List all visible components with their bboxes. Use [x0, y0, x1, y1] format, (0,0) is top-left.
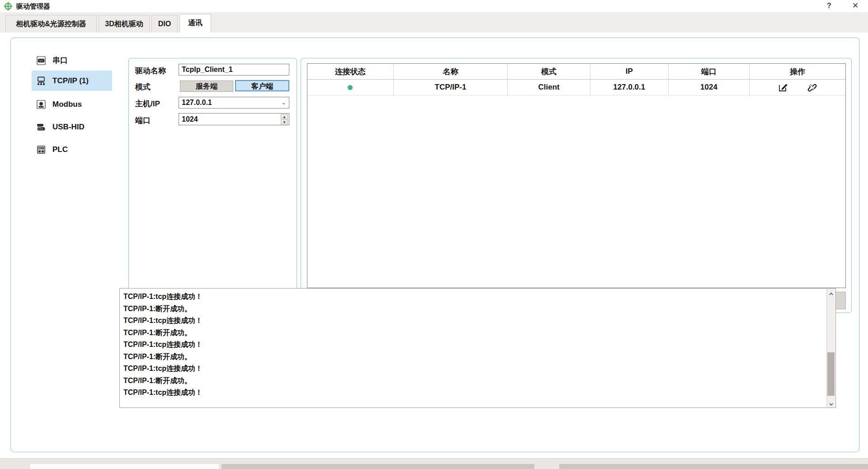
log-line: TCP/IP-1:断开成功。	[123, 303, 824, 315]
gear-icon	[36, 99, 46, 109]
header-actions: 操作	[750, 64, 845, 79]
driver-name-input[interactable]	[179, 64, 289, 76]
sidebar-item-label: TCP/IP (1)	[52, 76, 89, 85]
spin-down-icon[interactable]: ▼	[281, 119, 288, 124]
host-ip-label: 主机/IP	[135, 99, 160, 109]
spin-up-icon[interactable]: ▲	[281, 114, 288, 119]
usb-device-icon	[36, 122, 46, 132]
communication-panel: 串口 TCP/IP (1) Modbu	[10, 38, 859, 452]
port-spinner: ▲ ▼	[179, 113, 289, 125]
log-line: TCP/IP-1:断开成功。	[123, 327, 824, 339]
tab-3d-camera[interactable]: 3D相机驱动	[99, 15, 150, 33]
sidebar-item-label: 串口	[52, 55, 68, 66]
port-input[interactable]	[179, 113, 289, 125]
header-connection-status: 连接状态	[307, 64, 394, 79]
edit-icon[interactable]	[778, 82, 788, 93]
sidebar-item-modbus[interactable]: Modbus	[32, 94, 112, 114]
sidebar-item-label: Modbus	[52, 100, 82, 109]
spinner-buttons: ▲ ▼	[281, 114, 288, 124]
log-line: TCP/IP-1:tcp连接成功！	[123, 339, 824, 351]
cell-port: 1024	[669, 80, 750, 95]
log-output[interactable]: TCP/IP-1:tcp连接成功！ TCP/IP-1:断开成功。 TCP/IP-…	[119, 288, 836, 408]
mode-label: 模式	[135, 82, 151, 92]
cell-actions	[750, 80, 845, 95]
header-mode: 模式	[508, 64, 590, 79]
driver-manager-window: 驱动管理器 ? ✕ 相机驱动&光源控制器 3D相机驱动 DIO 通讯	[0, 0, 868, 469]
close-button[interactable]: ✕	[846, 0, 864, 11]
mode-client-button[interactable]: 客户端	[235, 80, 289, 91]
port-label: 端口	[135, 115, 151, 126]
help-button[interactable]: ?	[820, 0, 838, 11]
sidebar-item-tcpip[interactable]: TCP/IP (1)	[32, 71, 112, 91]
header-port: 端口	[669, 64, 750, 79]
header-name: 名称	[394, 64, 508, 79]
tab-camera-light[interactable]: 相机驱动&光源控制器	[5, 15, 97, 33]
mode-server-button[interactable]: 服务端	[180, 81, 233, 92]
tab-communication[interactable]: 通讯	[179, 14, 211, 33]
sidebar-item-label: PLC	[52, 145, 68, 154]
driver-config-panel: 驱动名称 模式 服务端 客户端 主机/IP 127.0.0.1 ⌄ 端口 ▲ ▼	[128, 58, 297, 313]
plc-icon: PLC	[36, 145, 46, 155]
scroll-down-icon[interactable]	[827, 399, 835, 407]
background-window-fragment	[559, 464, 868, 469]
header-ip: IP	[590, 64, 669, 79]
connections-panel: 连接状态 名称 模式 IP 端口 操作 TCP/IP-1 Client 127.…	[301, 58, 852, 313]
serial-port-icon	[36, 56, 46, 66]
app-target-icon	[4, 2, 13, 11]
log-line: TCP/IP-1:tcp连接成功！	[123, 291, 824, 303]
connected-status-dot	[348, 85, 353, 90]
sidebar-item-serial[interactable]: 串口	[32, 50, 112, 71]
cell-ip: 127.0.0.1	[590, 80, 669, 95]
scroll-up-icon[interactable]	[827, 289, 835, 297]
log-lines: TCP/IP-1:tcp连接成功！ TCP/IP-1:断开成功。 TCP/IP-…	[123, 291, 824, 399]
log-line: TCP/IP-1:tcp连接成功！	[123, 315, 824, 327]
sidebar-item-label: USB-HID	[52, 123, 85, 132]
connections-table: 连接状态 名称 模式 IP 端口 操作 TCP/IP-1 Client 127.…	[307, 63, 846, 288]
title-bar: 驱动管理器 ? ✕	[0, 0, 868, 12]
background-window-fragment	[30, 464, 219, 469]
driver-name-label: 驱动名称	[135, 66, 166, 76]
network-icon	[36, 76, 46, 86]
cell-status	[307, 80, 394, 95]
log-line: TCP/IP-1:tcp连接成功！	[123, 363, 824, 375]
table-header-row: 连接状态 名称 模式 IP 端口 操作	[307, 64, 845, 80]
tab-bar: 相机驱动&光源控制器 3D相机驱动 DIO 通讯	[0, 12, 868, 33]
log-line: TCP/IP-1:tcp连接成功！	[123, 387, 824, 399]
window-title: 驱动管理器	[16, 2, 50, 11]
log-scrollbar[interactable]	[826, 289, 835, 407]
scrollbar-thumb[interactable]	[827, 352, 835, 396]
cell-mode: Client	[508, 80, 590, 95]
background-window-strip	[0, 458, 868, 469]
host-ip-value: 127.0.0.1	[182, 99, 212, 106]
log-line: TCP/IP-1:断开成功。	[123, 375, 824, 387]
svg-text:PLC: PLC	[39, 147, 44, 149]
table-row[interactable]: TCP/IP-1 Client 127.0.0.1 1024	[307, 80, 845, 95]
sidebar-item-usbhid[interactable]: USB-HID	[32, 117, 112, 137]
tab-content: 串口 TCP/IP (1) Modbu	[0, 33, 868, 458]
log-line: TCP/IP-1:断开成功。	[123, 351, 824, 363]
host-ip-select[interactable]: 127.0.0.1 ⌄	[179, 97, 289, 109]
chevron-down-icon: ⌄	[281, 97, 286, 108]
background-window-fragment	[222, 464, 534, 469]
sidebar-item-plc[interactable]: PLC PLC	[32, 139, 112, 160]
disconnect-icon[interactable]	[807, 82, 817, 93]
cell-name: TCP/IP-1	[394, 80, 508, 95]
tab-dio[interactable]: DIO	[151, 15, 178, 33]
